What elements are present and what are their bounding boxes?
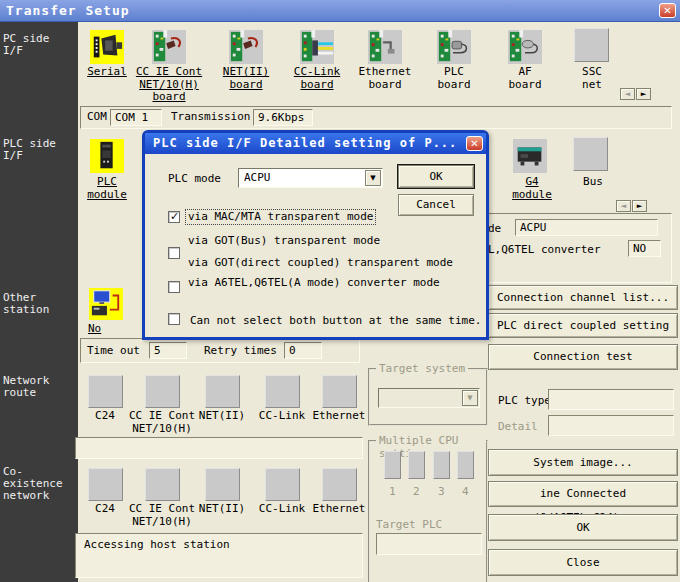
coexistence-c24-icon[interactable] — [88, 468, 123, 501]
mac-mta-checkbox-label[interactable]: via MAC/MTA transparent mode — [186, 210, 375, 224]
network-route-c24-icon[interactable] — [88, 375, 123, 408]
cpu-4-icon[interactable] — [457, 451, 474, 479]
coexistence-cc-ie-cont-icon[interactable] — [145, 468, 180, 501]
pc-if-net2-label[interactable]: NET(II) board — [208, 66, 284, 91]
target-system-dropdown-icon[interactable]: ▼ — [462, 390, 478, 406]
plc-if-scroll-right-icon[interactable]: ► — [632, 200, 647, 212]
sidebar-label-other-station: Other station — [3, 292, 81, 316]
other-station-no-icon[interactable] — [88, 288, 124, 320]
pc-if-cc-link-label[interactable]: CC-Link board — [279, 66, 355, 91]
pc-if-scroll-right-icon[interactable]: ► — [636, 88, 651, 100]
system-image-button[interactable]: System image... — [488, 449, 678, 476]
detail-value — [548, 415, 674, 436]
network-route-net2-icon[interactable] — [205, 375, 240, 408]
transmission-label: Transmission — [171, 110, 250, 123]
ethernet-board-icon[interactable] — [367, 30, 403, 64]
got-bus-checkbox[interactable] — [168, 247, 180, 259]
network-route-cc-link-icon[interactable] — [265, 375, 300, 408]
plc-type-label: PLC type — [498, 394, 551, 407]
plc-mode-label-fragment: de — [488, 222, 501, 235]
pc-if-ssc-net-label[interactable]: SSC net — [554, 66, 630, 91]
other-station-no-label[interactable]: No — [88, 322, 101, 335]
transmission-speed-value: 9.6Kbps — [253, 109, 313, 126]
network-route-status-box — [75, 437, 363, 459]
accessing-status-box: Accessing host station — [75, 533, 363, 578]
got-bus-checkbox-label[interactable]: via GOT(Bus) transparent mode — [186, 234, 382, 248]
ok-button[interactable]: OK — [488, 514, 678, 541]
target-plc-label: Target PLC — [376, 518, 442, 531]
coexistence-cc-link-icon[interactable] — [265, 468, 300, 501]
coexistence-ethernet-label: Ethernet — [301, 503, 377, 516]
cpu-3-label: 3 — [438, 485, 445, 498]
ssc-net-icon[interactable] — [574, 28, 609, 62]
accessing-status-text: Accessing host station — [84, 538, 230, 551]
plc-type-value — [548, 389, 674, 410]
cpu-1-icon[interactable] — [384, 451, 401, 479]
cpu-4-label: 4 — [462, 485, 469, 498]
check-icon: ✓ — [170, 210, 179, 223]
window-title: Transfer Setup — [6, 3, 130, 18]
time-out-value[interactable]: 5 — [149, 342, 187, 359]
a6tel-converter-checkbox-label[interactable]: via A6TEL,Q6TEL(A mode) converter mode — [186, 276, 442, 290]
com-port-value: COM 1 — [110, 109, 162, 126]
net2-board-icon[interactable] — [228, 30, 264, 64]
sidebar: PC side I/F PLC side I/F Other station N… — [0, 22, 78, 582]
com-label: COM — [87, 110, 107, 123]
plc-mode-select[interactable]: ACPU ▼ — [238, 168, 383, 188]
close-button[interactable]: Close — [488, 549, 678, 576]
af-board-icon[interactable] — [507, 30, 543, 64]
dialog-ok-button[interactable]: OK — [398, 165, 474, 188]
plc-side-detail-dialog: PLC side I/F Detailed setting of P... ✕ … — [142, 130, 489, 340]
pc-if-scroll-left-icon[interactable]: ◄ — [620, 88, 635, 100]
cc-link-board-icon[interactable] — [299, 30, 335, 64]
window-close-icon[interactable]: ✕ — [659, 3, 676, 18]
coexistence-ethernet-icon[interactable] — [322, 468, 357, 501]
line-connected-button[interactable]: ine Connected (Q/A6TEL,C24).. — [488, 481, 678, 507]
plc-mode-panel: de ACPU L,Q6TEL converter NO — [483, 213, 672, 283]
converter-label-fragment: L,Q6TEL converter — [488, 243, 601, 256]
bus-icon[interactable] — [573, 137, 608, 171]
pc-if-plc-board-label[interactable]: PLC board — [416, 66, 492, 91]
g4-module-icon[interactable] — [512, 139, 548, 173]
pc-if-cc-ie-cont-label[interactable]: CC IE Cont NET/10(H) board — [131, 66, 207, 104]
connection-test-button[interactable]: Connection test — [488, 344, 678, 370]
plc-if-bus-label[interactable]: Bus — [555, 176, 631, 189]
plc-if-plc-module-label[interactable]: PLC module — [69, 176, 145, 201]
cpu-2-icon[interactable] — [408, 451, 425, 479]
got-direct-coupled-checkbox[interactable] — [168, 281, 180, 293]
detail-label: Detail — [498, 420, 538, 433]
plc-mode-value: ACPU — [515, 219, 658, 236]
cpu-3-icon[interactable] — [433, 451, 450, 479]
target-plc-value — [376, 533, 482, 555]
target-system-select[interactable]: ▼ — [378, 388, 480, 408]
time-out-label: Time out — [87, 344, 140, 357]
pc-if-af-board-label[interactable]: AF board — [487, 66, 563, 91]
converter-value: NO — [628, 240, 661, 257]
sidebar-label-plc-side: PLC side I/F — [3, 138, 81, 162]
network-route-cc-ie-cont-icon[interactable] — [145, 375, 180, 408]
plc-mode-dropdown-icon[interactable]: ▼ — [365, 170, 381, 186]
serial-icon[interactable] — [89, 30, 125, 64]
sidebar-label-pc-side: PC side I/F — [3, 33, 81, 57]
sidebar-label-coexistence-network: Co-existence network — [3, 466, 81, 502]
window-titlebar: Transfer Setup — [0, 0, 680, 22]
network-route-ethernet-label: Ethernet — [301, 410, 377, 423]
connection-channel-list-button[interactable]: Connection channel list... — [488, 285, 678, 310]
plc-direct-coupled-setting-button[interactable]: PLC direct coupled setting — [488, 313, 678, 338]
coexistence-net2-icon[interactable] — [205, 468, 240, 501]
plc-board-icon[interactable] — [436, 30, 472, 64]
dialog-titlebar: PLC side I/F Detailed setting of P... — [145, 133, 486, 154]
retry-times-value[interactable]: 0 — [284, 342, 322, 359]
transfer-setup-window: Transfer Setup ✕ PC side I/F PLC side I/… — [0, 0, 680, 582]
dialog-close-icon[interactable]: ✕ — [466, 136, 483, 151]
dialog-cancel-button[interactable]: Cancel — [398, 194, 474, 216]
plc-mode-selected-value: ACPU — [244, 171, 271, 184]
plc-module-icon[interactable] — [89, 139, 125, 173]
mac-mta-checkbox[interactable]: ✓ — [168, 211, 180, 223]
a6tel-converter-checkbox[interactable] — [168, 313, 180, 325]
pc-if-ethernet-label[interactable]: Ethernet board — [347, 66, 423, 91]
got-direct-coupled-checkbox-label[interactable]: via GOT(direct coupled) transparent mode — [186, 256, 455, 270]
plc-if-scroll-left-icon[interactable]: ◄ — [616, 200, 631, 212]
cc-ie-cont-board-icon[interactable] — [151, 30, 187, 64]
network-route-ethernet-icon[interactable] — [322, 375, 357, 408]
